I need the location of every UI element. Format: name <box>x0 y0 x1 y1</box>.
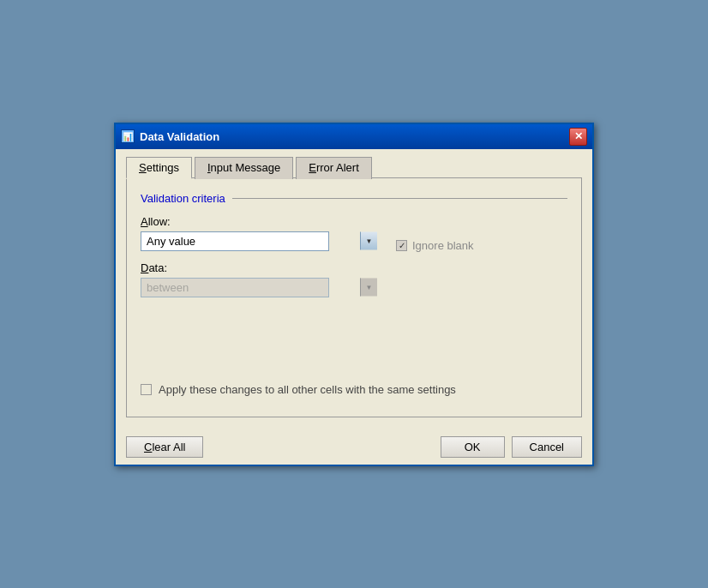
apply-changes-checkbox[interactable] <box>141 384 152 395</box>
tab-bar: Settings Input Message Error Alert <box>126 156 582 178</box>
ignore-blank-checkbox[interactable]: ✓ <box>396 240 407 251</box>
ignore-blank-row: ✓ Ignore blank <box>396 239 567 252</box>
title-bar-left: 📊 Data Validation <box>121 129 219 143</box>
form-left: Allow: Any value Whole number Decimal Li… <box>141 215 379 308</box>
allow-dropdown-arrow <box>360 232 377 250</box>
footer-left: Clear All <box>126 436 203 458</box>
tab-input-message[interactable]: Input Message <box>195 157 293 179</box>
apply-changes-row: Apply these changes to all other cells w… <box>141 376 567 403</box>
section-title-text: Validation criteria <box>141 192 225 205</box>
dialog-title: Data Validation <box>140 130 219 143</box>
section-title: Validation criteria <box>141 192 567 205</box>
tab-settings-label: ettings <box>147 161 179 174</box>
close-button[interactable]: ✕ <box>569 128 587 146</box>
form-area: Allow: Any value Whole number Decimal Li… <box>141 215 567 308</box>
data-dropdown-container: between not between equal to not equal t… <box>141 278 379 297</box>
ignore-blank-checkmark: ✓ <box>399 241 405 250</box>
form-right: ✓ Ignore blank <box>396 215 567 308</box>
data-label: Data: <box>141 261 379 274</box>
dialog-body: Settings Input Message Error Alert Valid… <box>116 149 592 428</box>
tab-error-alert-label: rror Alert <box>316 161 359 174</box>
tab-error-alert[interactable]: Error Alert <box>296 157 372 179</box>
ignore-blank-label: Ignore blank <box>412 239 474 252</box>
allow-dropdown-container: Any value Whole number Decimal List Date… <box>141 231 379 251</box>
data-dropdown-arrow <box>360 279 377 297</box>
cancel-button[interactable]: Cancel <box>512 436 582 458</box>
app-icon: 📊 <box>121 129 135 143</box>
ok-button[interactable]: OK <box>441 436 505 458</box>
tab-input-message-label: nput Message <box>211 161 281 174</box>
tab-settings[interactable]: Settings <box>126 157 192 179</box>
clear-all-button[interactable]: Clear All <box>126 436 203 458</box>
apply-changes-label: Apply these changes to all other cells w… <box>159 383 456 396</box>
data-dropdown[interactable]: between not between equal to not equal t… <box>141 278 329 297</box>
clear-all-label: lear All <box>152 441 185 453</box>
title-bar: 📊 Data Validation ✕ <box>116 124 592 149</box>
footer-right: OK Cancel <box>441 436 582 458</box>
allow-label: Allow: <box>141 215 379 228</box>
tab-content: Validation criteria Allow: Any value Who… <box>126 177 582 417</box>
footer: Clear All OK Cancel <box>116 428 592 465</box>
allow-dropdown[interactable]: Any value Whole number Decimal List Date… <box>141 231 329 251</box>
dialog-window: 📊 Data Validation ✕ Settings Input Messa… <box>114 123 594 466</box>
